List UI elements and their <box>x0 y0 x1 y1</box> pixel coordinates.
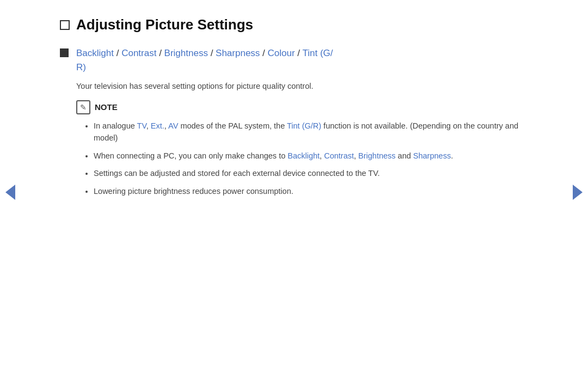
bullet-text-3: Settings can be adjusted and stored for … <box>94 169 380 178</box>
section-row: Backlight / Contrast / Brightness / Shar… <box>60 46 528 74</box>
note-header: NOTE <box>76 100 528 114</box>
sharpness-link-2[interactable]: Sharpness <box>413 151 451 160</box>
bullet-text-2d: and <box>396 151 413 160</box>
bullet-text-1d: modes of the PAL system, the <box>178 121 287 130</box>
note-section: NOTE In analogue TV, Ext., AV modes of t… <box>76 100 528 197</box>
sep4: / <box>260 48 267 58</box>
ext-link[interactable]: Ext. <box>151 121 164 130</box>
description-text: Your television has several setting opti… <box>76 81 528 93</box>
sep1: / <box>114 48 121 58</box>
list-item: Settings can be adjusted and stored for … <box>94 167 528 179</box>
contrast-link[interactable]: Contrast <box>121 48 156 58</box>
page-container: Adjusting Picture Settings Backlight / C… <box>27 0 561 219</box>
tint-gr-link[interactable]: Tint (G/R) <box>287 121 321 130</box>
av-link[interactable]: AV <box>168 121 178 130</box>
sep5: / <box>295 48 303 58</box>
note-icon <box>76 100 90 114</box>
section-heading: Backlight / Contrast / Brightness / Shar… <box>76 46 333 74</box>
page-title: Adjusting Picture Settings <box>76 16 253 33</box>
colour-link[interactable]: Colour <box>268 48 295 58</box>
bullet-text-4: Lowering picture brightness reduces powe… <box>94 187 293 196</box>
title-row: Adjusting Picture Settings <box>60 16 528 33</box>
bullet-text-2e: . <box>451 151 453 160</box>
bullet-text-1b: , <box>146 121 151 130</box>
title-checkbox <box>60 20 70 30</box>
backlight-link-2[interactable]: Backlight <box>287 151 320 160</box>
section-bullet-icon <box>60 48 69 57</box>
tv-link[interactable]: TV <box>137 121 146 130</box>
sharpness-link[interactable]: Sharpness <box>216 48 260 58</box>
sep3: / <box>208 48 216 58</box>
sep2: / <box>156 48 164 58</box>
bullet-text-2b: , <box>320 151 324 160</box>
nav-arrow-left[interactable] <box>5 185 15 200</box>
nav-arrow-right[interactable] <box>573 185 583 200</box>
bullet-text-2a: When connecting a PC, you can only make … <box>94 151 287 160</box>
list-item: When connecting a PC, you can only make … <box>94 150 528 162</box>
bullet-text-2c: , <box>354 151 358 160</box>
bullet-text-1a: In analogue <box>94 121 137 130</box>
contrast-link-2[interactable]: Contrast <box>324 151 354 160</box>
brightness-link[interactable]: Brightness <box>164 48 208 58</box>
bullet-text-1c: , <box>164 121 168 130</box>
note-label: NOTE <box>95 102 118 112</box>
brightness-link-2[interactable]: Brightness <box>358 151 396 160</box>
list-item: Lowering picture brightness reduces powe… <box>94 185 528 197</box>
list-item: In analogue TV, Ext., AV modes of the PA… <box>94 120 528 144</box>
backlight-link[interactable]: Backlight <box>76 48 114 58</box>
bullet-list: In analogue TV, Ext., AV modes of the PA… <box>82 120 528 197</box>
